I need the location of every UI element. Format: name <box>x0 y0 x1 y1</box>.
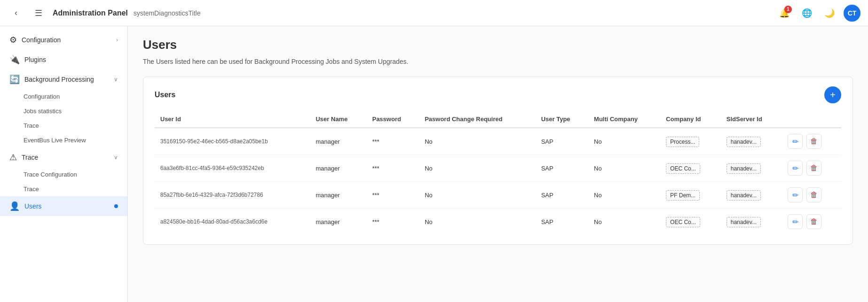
sidebar-child-label: Jobs statistics <box>23 108 62 115</box>
trace-icon: ⚠ <box>9 152 17 163</box>
edit-button[interactable]: ✏ <box>788 214 803 229</box>
delete-button[interactable]: 🗑 <box>806 134 821 149</box>
topbar-right: 🔔 1 🌐 🌙 CT <box>776 5 860 22</box>
menu-button[interactable]: ☰ <box>30 5 47 22</box>
chevron-down-icon: ∨ <box>114 76 118 83</box>
cell-user-name: manager <box>310 182 367 209</box>
notification-badge: 1 <box>784 6 792 13</box>
theme-toggle-button[interactable]: 🌙 <box>821 5 838 22</box>
sidebar-child-bg-trace[interactable]: Trace <box>0 118 127 133</box>
cell-password: *** <box>367 209 419 235</box>
chevron-down-icon: ∨ <box>114 154 118 161</box>
globe-icon: 🌐 <box>802 8 812 18</box>
sidebar: ⚙ Configuration › 🔌 Plugins 🔄 Background… <box>0 26 128 302</box>
table-row: 85a27fbb-6e16-4329-afca-72f3d6b72786 man… <box>155 182 841 209</box>
bg-processing-icon: 🔄 <box>9 74 20 85</box>
page-title: Users <box>143 38 853 52</box>
card-header: Users + <box>155 86 841 103</box>
sidebar-item-label: Background Processing <box>24 76 94 83</box>
cell-sld-server: hanadev... <box>721 155 782 182</box>
main-content: Users The Users listed here can be used … <box>128 26 868 302</box>
users-table: User Id User Name Password Pasword Chang… <box>155 111 841 235</box>
sidebar-item-users[interactable]: 👤 Users <box>0 196 127 216</box>
cell-company-id: OEC Co... <box>660 155 721 182</box>
cell-company-id: PF Dem... <box>660 182 721 209</box>
action-buttons: ✏ 🗑 <box>788 161 836 176</box>
notification-wrapper: 🔔 1 <box>776 5 793 22</box>
edit-button[interactable]: ✏ <box>788 187 803 202</box>
sidebar-child-bg-eventbus[interactable]: EventBus Live Preview <box>0 133 127 147</box>
cell-user-name: manager <box>310 128 367 155</box>
sidebar-item-background-processing[interactable]: 🔄 Background Processing ∨ <box>0 70 127 89</box>
edit-button[interactable]: ✏ <box>788 134 803 149</box>
edit-button[interactable]: ✏ <box>788 161 803 176</box>
table-header: User Id User Name Password Pasword Chang… <box>155 111 841 128</box>
moon-icon: 🌙 <box>824 8 835 18</box>
cell-user-name: manager <box>310 209 367 235</box>
cell-pwd-change: No <box>419 209 536 235</box>
topbar-left: ‹ ☰ Administration Panel systemDiagnosti… <box>8 5 776 22</box>
cell-sld-server: hanadev... <box>721 128 782 155</box>
col-user-id: User Id <box>155 111 310 128</box>
cell-actions: ✏ 🗑 <box>782 128 841 155</box>
sidebar-child-bg-jobs[interactable]: Jobs statistics <box>0 104 127 118</box>
sidebar-item-label: Configuration <box>22 36 61 44</box>
back-button[interactable]: ‹ <box>8 5 24 22</box>
table-row: a824580e-bb16-4dad-80ad-d56ac3a6cd6e man… <box>155 209 841 235</box>
users-card: Users + User Id User Name Password Paswo… <box>143 77 853 245</box>
cell-password: *** <box>367 155 419 182</box>
cell-user-name: manager <box>310 155 367 182</box>
cell-user-type: SAP <box>535 128 588 155</box>
col-multi-company: Multi Company <box>588 111 660 128</box>
globe-button[interactable]: 🌐 <box>798 5 815 22</box>
page-description: The Users listed here can be used for Ba… <box>143 58 853 65</box>
users-icon: 👤 <box>9 201 20 211</box>
cell-user-id: a824580e-bb16-4dad-80ad-d56ac3a6cd6e <box>155 209 310 235</box>
app-layout: ⚙ Configuration › 🔌 Plugins 🔄 Background… <box>0 26 868 302</box>
cell-pwd-change: No <box>419 128 536 155</box>
sidebar-item-trace[interactable]: ⚠ Trace ∨ <box>0 147 127 167</box>
gear-icon: ⚙ <box>9 35 17 45</box>
sidebar-child-bg-config[interactable]: Configuration <box>0 89 127 104</box>
sidebar-child-label: Configuration <box>23 93 60 100</box>
topbar: ‹ ☰ Administration Panel systemDiagnosti… <box>0 0 868 26</box>
cell-sld-server: hanadev... <box>721 182 782 209</box>
cell-sld-server: hanadev... <box>721 209 782 235</box>
sidebar-item-configuration[interactable]: ⚙ Configuration › <box>0 30 127 50</box>
cell-user-type: SAP <box>535 155 588 182</box>
sidebar-child-trace-trace[interactable]: Trace <box>0 182 127 196</box>
topbar-title: Administration Panel <box>53 9 128 17</box>
table-row: 35169150-95e2-46ec-b565-d8ae2a05be1b man… <box>155 128 841 155</box>
cell-pwd-change: No <box>419 155 536 182</box>
sidebar-child-trace-config[interactable]: Trace Configuration <box>0 167 127 182</box>
plus-icon: + <box>830 90 836 101</box>
cell-multi-company: No <box>588 182 660 209</box>
avatar-button[interactable]: CT <box>844 5 860 22</box>
sidebar-item-label: Plugins <box>24 56 46 63</box>
col-user-name: User Name <box>310 111 367 128</box>
cell-company-id: OEC Co... <box>660 209 721 235</box>
sidebar-item-plugins[interactable]: 🔌 Plugins <box>0 50 127 70</box>
cell-user-type: SAP <box>535 182 588 209</box>
sidebar-item-label: Trace <box>22 154 38 161</box>
sidebar-item-label: Users <box>24 202 42 210</box>
action-buttons: ✏ 🗑 <box>788 134 836 149</box>
col-password: Password <box>367 111 419 128</box>
delete-button[interactable]: 🗑 <box>806 161 821 176</box>
action-buttons: ✏ 🗑 <box>788 187 836 202</box>
cell-actions: ✏ 🗑 <box>782 182 841 209</box>
back-icon: ‹ <box>15 8 17 18</box>
sidebar-child-label: Trace <box>23 186 39 193</box>
cell-actions: ✏ 🗑 <box>782 209 841 235</box>
cell-user-id: 6aa3e6fb-81cc-4fa5-9364-e59c935242eb <box>155 155 310 182</box>
cell-user-type: SAP <box>535 209 588 235</box>
add-user-button[interactable]: + <box>824 86 841 103</box>
sidebar-child-label: EventBus Live Preview <box>23 137 86 144</box>
col-pwd-change: Pasword Change Required <box>419 111 536 128</box>
delete-button[interactable]: 🗑 <box>806 214 821 229</box>
cell-password: *** <box>367 182 419 209</box>
action-buttons: ✏ 🗑 <box>788 214 836 229</box>
col-sld-server: SldServer Id <box>721 111 782 128</box>
delete-button[interactable]: 🗑 <box>806 187 821 202</box>
table-body: 35169150-95e2-46ec-b565-d8ae2a05be1b man… <box>155 128 841 235</box>
